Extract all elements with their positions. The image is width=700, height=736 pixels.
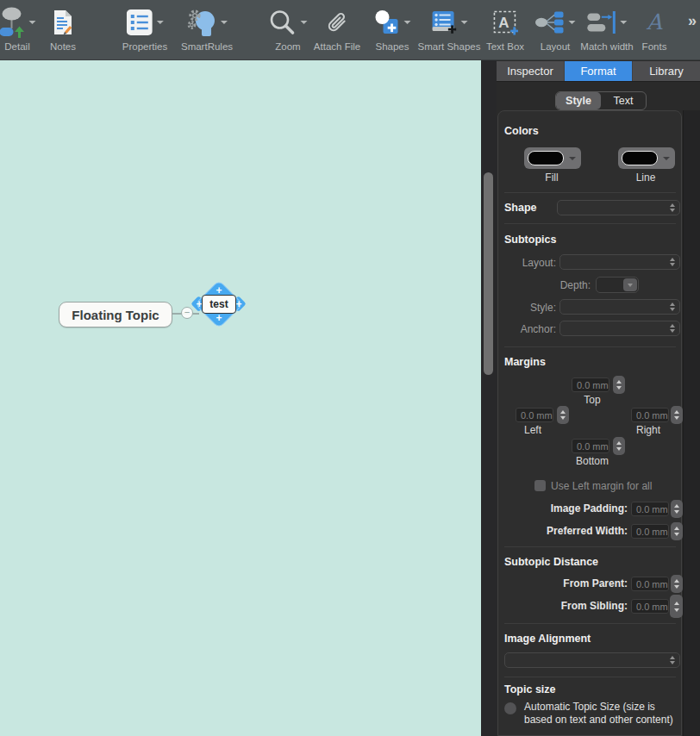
chevron-down-icon <box>569 157 576 160</box>
svg-text:A: A <box>498 15 509 31</box>
layout-label: Layout: <box>504 257 556 269</box>
shape-popup[interactable] <box>557 200 680 215</box>
toolbar-button-layout[interactable]: Layout <box>535 4 576 52</box>
notes-icon <box>53 9 73 36</box>
image-padding-field[interactable] <box>631 502 669 516</box>
canvas-scrollbar-thumb[interactable] <box>484 172 493 375</box>
toolbar-button-attach-file[interactable]: Attach File <box>314 4 360 52</box>
margin-left-stepper[interactable] <box>557 406 569 424</box>
toolbar-overflow-chevron-icon[interactable]: » <box>688 12 696 30</box>
add-subtopic-bottom-handle[interactable]: + <box>214 313 224 323</box>
toolbar-button-match-width[interactable]: Match width <box>580 4 633 52</box>
dropdown-caret-icon[interactable] <box>220 21 227 24</box>
image-alignment-header: Image Alignment <box>504 633 591 645</box>
canvas-scrollbar-track[interactable] <box>481 60 497 736</box>
dropdown-caret-icon[interactable] <box>156 21 163 24</box>
from-sibling-stepper[interactable] <box>670 595 683 618</box>
divider <box>504 677 676 677</box>
shapes-icon <box>374 9 400 35</box>
topic-size-header: Topic size <box>504 683 556 695</box>
collapse-toggle-button[interactable]: − <box>181 307 193 319</box>
image-alignment-popup[interactable] <box>504 652 680 668</box>
subtab-style[interactable]: Style <box>556 92 601 109</box>
toolbar-label: Fonts <box>642 41 667 52</box>
dropdown-caret-icon[interactable] <box>620 21 627 24</box>
tab-format[interactable]: Format <box>564 61 632 81</box>
margin-top-label: Top <box>566 394 618 406</box>
smart-shapes-icon <box>431 9 457 35</box>
toolbar-label: Detail <box>4 41 29 52</box>
tab-library[interactable]: Library <box>632 61 700 81</box>
toolbar-label: Smart Shapes <box>418 41 481 52</box>
floating-topic-node[interactable]: Floating Topic <box>59 302 172 327</box>
toolbar-button-smart-shapes[interactable]: Smart Shapes <box>418 4 481 52</box>
image-padding-label: Image Padding: <box>504 502 628 515</box>
dropdown-caret-icon[interactable] <box>461 21 468 24</box>
shape-header: Shape <box>504 202 537 214</box>
line-color-well[interactable] <box>618 147 675 169</box>
line-label: Line <box>620 172 672 184</box>
divider <box>504 223 676 224</box>
divider <box>504 346 676 347</box>
toolbar-button-text-box[interactable]: A Text Box <box>486 4 524 52</box>
subtopic-distance-header: Subtopic Distance <box>504 556 598 568</box>
app-window: Detail Notes <box>0 0 700 736</box>
preferred-width-label: Preferred Width: <box>504 525 628 537</box>
toolbar-button-zoom[interactable]: Zoom <box>269 4 308 52</box>
inspector-tab-bar: Inspector Format Library <box>497 61 700 82</box>
subtopics-header: Subtopics <box>504 234 556 246</box>
from-parent-field[interactable] <box>631 577 669 591</box>
use-left-margin-checkbox[interactable] <box>534 480 546 491</box>
dropdown-caret-icon[interactable] <box>301 21 308 24</box>
image-padding-stepper[interactable] <box>671 500 683 518</box>
fill-label: Fill <box>526 172 578 184</box>
tab-inspector[interactable]: Inspector <box>497 61 564 81</box>
fill-color-well[interactable] <box>524 147 581 169</box>
inspector-panel: Inspector Format Library Style Text Colo… <box>497 60 700 736</box>
mindmap-canvas[interactable]: Floating Topic − + + + + test <box>0 60 481 736</box>
anchor-popup[interactable] <box>559 321 680 336</box>
match-width-icon <box>586 10 616 34</box>
style-text-segmented-control: Style Text <box>555 91 647 110</box>
divider <box>504 192 676 193</box>
zoom-icon <box>269 9 297 36</box>
style-popup[interactable] <box>559 299 680 315</box>
margin-right-field[interactable] <box>631 408 669 422</box>
toolbar-label: Match width <box>580 41 633 52</box>
toolbar-button-notes[interactable]: Notes <box>50 4 76 52</box>
toolbar-button-fonts[interactable]: A Fonts <box>642 4 667 52</box>
toolbar-button-smartrules[interactable]: SmartRules <box>181 4 233 52</box>
depth-popup[interactable] <box>596 277 639 293</box>
dropdown-caret-icon[interactable] <box>29 21 36 24</box>
fonts-icon: A <box>647 9 662 35</box>
toolbar-label: Properties <box>122 41 167 52</box>
toolbar-button-detail[interactable]: Detail <box>0 4 36 52</box>
detail-icon <box>0 6 25 39</box>
margin-left-field[interactable] <box>516 408 553 422</box>
toolbar-button-shapes[interactable]: Shapes <box>374 4 411 52</box>
margin-bottom-field[interactable] <box>572 439 609 453</box>
dropdown-caret-icon[interactable] <box>404 21 411 24</box>
preferred-width-stepper[interactable] <box>671 522 683 540</box>
inspector-scrollbar-track[interactable] <box>683 110 700 736</box>
toolbar-label: Text Box <box>486 41 524 52</box>
margin-top-stepper[interactable] <box>613 376 625 394</box>
layout-icon <box>535 10 565 34</box>
margin-right-stepper[interactable] <box>671 406 683 424</box>
from-parent-label: From Parent: <box>504 577 628 589</box>
use-left-margin-label: Use Left margin for all <box>551 480 652 492</box>
preferred-width-field[interactable] <box>631 524 669 539</box>
from-sibling-label: From Sibling: <box>504 600 628 612</box>
layout-popup[interactable] <box>559 254 680 270</box>
depth-label: Depth: <box>504 279 591 291</box>
from-parent-stepper[interactable] <box>671 575 683 593</box>
margin-top-field[interactable] <box>572 377 609 392</box>
from-sibling-field[interactable] <box>631 599 669 614</box>
toolbar-button-properties[interactable]: Properties <box>122 4 167 52</box>
margin-bottom-stepper[interactable] <box>613 437 625 455</box>
attach-file-icon <box>324 8 350 37</box>
subtab-text[interactable]: Text <box>601 92 646 109</box>
selected-topic-node[interactable]: test <box>202 295 236 314</box>
automatic-topic-size-radio[interactable] <box>504 702 516 714</box>
dropdown-caret-icon[interactable] <box>569 21 576 24</box>
